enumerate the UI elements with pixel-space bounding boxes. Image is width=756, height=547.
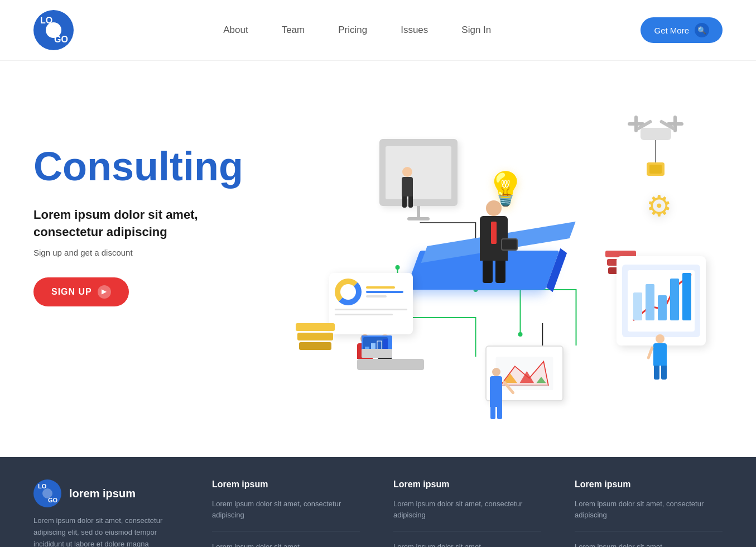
svg-rect-23 [670, 279, 679, 320]
logo-circle [33, 10, 74, 50]
signup-label: SIGN UP [51, 287, 92, 297]
dashboard-card [329, 273, 413, 334]
footer-logo-inner [42, 488, 52, 498]
gear-icon: ⚙ [646, 189, 672, 223]
person-at-laptop [357, 334, 424, 370]
footer-col-1-divider [212, 531, 360, 531]
footer-brand-desc: Lorem ipsum dolor sit amet, consectetur … [33, 515, 167, 547]
hero-illustration: ⚙ 💡 [268, 78, 723, 457]
exec-leg-left [483, 261, 493, 283]
logo[interactable] [33, 10, 74, 50]
nav-issues[interactable]: Issues [401, 25, 428, 36]
exec-leg-right [495, 261, 505, 283]
growth-chart [617, 256, 706, 346]
hero-text: Consulting Lorem ipsum dolor sit amet, c… [33, 78, 268, 306]
footer-logo-circle [33, 479, 61, 507]
exec-body [480, 216, 508, 261]
logo-inner [46, 22, 61, 38]
person-leg-r [408, 196, 413, 208]
footer-col-3-divider [575, 531, 723, 531]
main-nav: About Team Pricing Issues Sign In [223, 25, 491, 36]
footer-col-2-text1: Lorem ipsum dolor sit amet, consectetur … [393, 498, 541, 521]
footer-col-1: Lorem ipsum Lorem ipsum dolor sit amet, … [212, 479, 360, 547]
donut-ring [335, 279, 362, 305]
footer-col-2-text2: Lorem ipsum dolor sit amet [393, 541, 541, 547]
growth-chart-svg [622, 262, 700, 340]
iso-scene: ⚙ 💡 [268, 78, 723, 457]
footer-col-3-title: Lorem ipsum [575, 479, 723, 490]
nav-pricing[interactable]: Pricing [338, 25, 367, 36]
svg-point-0 [396, 265, 400, 270]
yellow-box-1 [296, 323, 335, 331]
footer-col-3-text2: Lorem ipsum dolor sit amet [575, 541, 723, 547]
hero-title: Consulting [33, 145, 268, 189]
drone-body [641, 128, 671, 140]
laptop-desk [357, 359, 424, 370]
svg-rect-22 [658, 295, 667, 320]
person-legs [402, 196, 413, 208]
svg-rect-24 [682, 273, 691, 320]
person-body [402, 177, 413, 196]
header: About Team Pricing Issues Sign In Get Mo… [0, 0, 756, 61]
monitor-screen [386, 146, 451, 199]
footer-col-2-divider [393, 531, 541, 531]
footer-col-1-text1: Lorem ipsum dolor sit amet, consectetur … [212, 498, 360, 521]
exec-legs [480, 261, 508, 283]
donut-chart [335, 279, 407, 305]
signup-button[interactable]: SIGN UP ▶ [33, 277, 129, 306]
person-executive [480, 200, 508, 283]
chart-line-1 [366, 286, 395, 289]
footer-logo: lorem ipsum [33, 479, 179, 507]
svg-rect-20 [633, 292, 642, 320]
yellow-box-3 [299, 342, 331, 350]
get-more-button[interactable]: Get More 🔍 [641, 17, 723, 43]
play-icon: ▶ [98, 285, 111, 299]
get-more-label: Get More [654, 26, 689, 35]
header-right: Get More 🔍 [641, 17, 723, 43]
svg-rect-21 [646, 284, 654, 320]
exec-head [486, 200, 502, 216]
footer-col-3: Lorem ipsum Lorem ipsum dolor sit amet, … [575, 479, 723, 547]
drone-package-inner [649, 165, 662, 174]
footer-col-1-text2: Lorem ipsum dolor sit amet [212, 541, 360, 547]
svg-point-2 [518, 332, 523, 337]
person-pointing [490, 368, 502, 419]
search-icon: 🔍 [695, 23, 709, 37]
yellow-stacked-boxes [296, 323, 335, 350]
card-line-2 [335, 314, 393, 315]
monitor-stand [417, 206, 420, 217]
footer-brand-name: lorem ipsum [69, 487, 136, 500]
footer-col-1-title: Lorem ipsum [212, 479, 360, 490]
person-leg-l [402, 196, 407, 208]
footer-col-2-title: Lorem ipsum [393, 479, 541, 490]
drone-propellers [628, 122, 683, 126]
monitor [379, 139, 458, 206]
drone-string [655, 140, 656, 162]
footer-brand: lorem ipsum Lorem ipsum dolor sit amet, … [33, 479, 179, 547]
person-at-chart [653, 334, 667, 380]
laptop-keyboard [362, 349, 392, 358]
monitor-base [407, 217, 430, 220]
person-head [402, 167, 412, 177]
exec-briefcase [501, 238, 518, 251]
footer: lorem ipsum Lorem ipsum dolor sit amet, … [0, 457, 756, 547]
footer-col-2: Lorem ipsum Lorem ipsum dolor sit amet, … [393, 479, 541, 547]
nav-about[interactable]: About [223, 25, 248, 36]
person-standing [402, 167, 413, 208]
exec-tie [491, 222, 497, 244]
hero-section: Consulting Lorem ipsum dolor sit amet, c… [0, 61, 756, 457]
chart-lines [366, 286, 407, 298]
footer-col-3-text1: Lorem ipsum dolor sit amet, consectetur … [575, 498, 723, 521]
drone [628, 122, 683, 176]
hero-description: Sign up and get a discount [33, 248, 268, 257]
card-line-1 [335, 309, 407, 310]
yellow-box-2 [297, 333, 333, 340]
nav-team[interactable]: Team [282, 25, 305, 36]
hero-subtitle: Lorem ipsum dolor sit amet, consectetur … [33, 207, 268, 241]
chart-line-2 [366, 291, 403, 293]
drone-package [647, 162, 664, 176]
chart-line-3 [366, 295, 387, 298]
nav-signin[interactable]: Sign In [461, 25, 491, 36]
